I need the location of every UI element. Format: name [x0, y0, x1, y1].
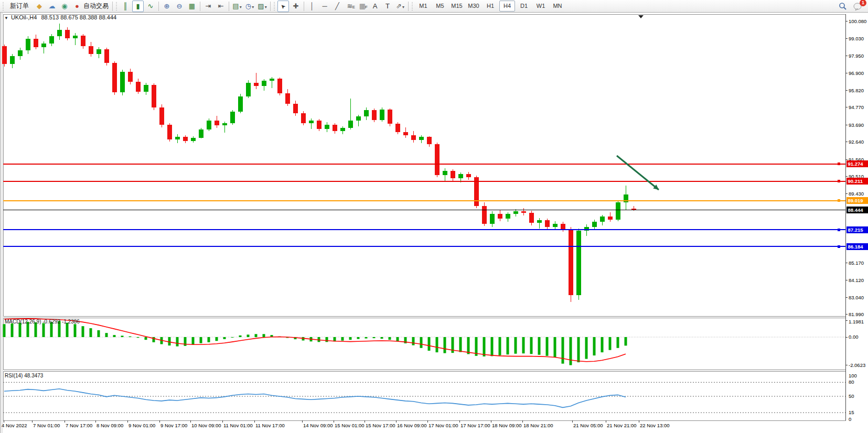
new-chart-icon[interactable]: ▤▾	[231, 1, 243, 12]
svg-text:80: 80	[849, 379, 854, 385]
notification-badge: 1	[860, 0, 866, 6]
timeframe-m5[interactable]: M5	[432, 1, 448, 12]
chart-window[interactable]: ▼UKOil-,H488.513 88.675 88.388 88.444 MA…	[0, 13, 868, 433]
svg-text:11 Nov 01:00: 11 Nov 01:00	[223, 423, 253, 428]
fibonacci-icon[interactable]: ≋E	[344, 1, 356, 12]
hline-handle[interactable]	[838, 229, 840, 231]
candlesticks	[2, 24, 636, 302]
template-icon[interactable]: ▨▾	[256, 1, 268, 12]
svg-text:92.640: 92.640	[849, 139, 864, 145]
svg-text:97.950: 97.950	[849, 53, 864, 59]
arrows-icon[interactable]: ⇗▾	[394, 1, 406, 12]
svg-text:-2.0623: -2.0623	[849, 362, 865, 368]
svg-text:81.990: 81.990	[849, 311, 864, 317]
svg-text:89.430: 89.430	[849, 191, 864, 197]
arrow-annotation[interactable]	[617, 156, 659, 190]
zoom-in-icon[interactable]: ⊕	[161, 1, 173, 12]
toolbar-separator	[270, 2, 271, 11]
svg-text:94.770: 94.770	[849, 104, 864, 110]
candlestick-chart-icon[interactable]: ▮	[132, 1, 144, 12]
scroll-to-end-marker[interactable]	[638, 15, 644, 18]
svg-text:86.184: 86.184	[848, 244, 864, 250]
svg-text:22 Nov 13:00: 22 Nov 13:00	[640, 423, 670, 428]
timeframe-toolbar: M1M5M15M30H1H4D1W1MN	[415, 0, 566, 12]
toolbar-grip	[115, 2, 118, 11]
svg-text:93.690: 93.690	[849, 122, 864, 128]
timeframe-w1[interactable]: W1	[533, 1, 549, 12]
macd-indicator-label: MACD(12,26,9) -0.6292 -1.2386	[5, 319, 80, 324]
chart-canvas[interactable]: 100.08099.03097.95096.90095.82094.77093.…	[0, 13, 868, 433]
svg-text:1.1981: 1.1981	[849, 319, 864, 324]
chart-shift-icon[interactable]: ⇤	[215, 1, 227, 12]
timeframe-h1[interactable]: H1	[483, 1, 498, 12]
auto-trading-label[interactable]: 自动交易	[83, 2, 109, 10]
period-icon[interactable]: ◷▾	[244, 1, 255, 12]
hline-handle[interactable]	[838, 163, 840, 165]
search-icon[interactable]	[839, 2, 847, 10]
terminal-icon[interactable]: ☁	[46, 1, 58, 12]
toolbar-separator	[158, 2, 159, 11]
rsi-panel: 1008050150	[3, 373, 857, 422]
svg-text:95.820: 95.820	[849, 88, 864, 93]
bar-chart-icon[interactable]: ║	[120, 1, 131, 12]
signal-icon[interactable]: ◉	[59, 1, 70, 12]
toolbar-grip	[273, 2, 276, 11]
auto-trading-icon[interactable]: ●	[71, 1, 83, 12]
timeframe-h4[interactable]: H4	[499, 1, 515, 12]
timeframe-m15[interactable]: M15	[449, 1, 465, 12]
text-icon[interactable]: A	[369, 1, 381, 12]
main-toolbar: 新订单◆☁◉●自动交易║▮∿⊕⊖▦⇥⇤▤▾◷▾▨▾➤✚│─╱≋E▦FAT⇗▾ M…	[0, 0, 868, 13]
svg-text:18 Nov 21:00: 18 Nov 21:00	[523, 423, 553, 428]
notifications-icon[interactable]: 1	[853, 2, 863, 10]
toolbar-separator	[408, 2, 409, 11]
chart-dropdown-icon[interactable]: ▼	[4, 16, 8, 20]
svg-text:87.215: 87.215	[848, 227, 864, 233]
toolbar-buttons: 新订单◆☁◉●自动交易║▮∿⊕⊖▦⇥⇤▤▾◷▾▨▾➤✚│─╱≋E▦FAT⇗▾	[1, 0, 415, 12]
svg-text:21 Nov 21:00: 21 Nov 21:00	[607, 423, 637, 428]
hline-handle[interactable]	[838, 180, 840, 182]
toolbar-separator	[304, 2, 304, 11]
grid-icon[interactable]: ▦F	[357, 1, 368, 12]
zoom-out-icon[interactable]: ⊖	[174, 1, 185, 12]
new-order-button[interactable]: 新订单	[7, 1, 32, 12]
auto-scroll-icon[interactable]: ⇥	[202, 1, 214, 12]
svg-text:96.900: 96.900	[849, 70, 864, 76]
svg-text:21 Nov 05:00: 21 Nov 05:00	[573, 423, 603, 428]
svg-text:0.00: 0.00	[849, 334, 859, 340]
time-axis: 4 Nov 20227 Nov 01:007 Nov 17:008 Nov 09…	[2, 420, 670, 428]
timeframe-d1[interactable]: D1	[516, 1, 532, 12]
cursor-icon[interactable]: ➤	[277, 1, 289, 12]
trendline-icon[interactable]: ╱	[331, 1, 343, 12]
symbol-period: UKOil-,H4	[11, 14, 37, 20]
hline-handle[interactable]	[838, 199, 840, 202]
svg-text:15: 15	[849, 409, 854, 415]
svg-text:16 Nov 09:00: 16 Nov 09:00	[397, 423, 427, 428]
svg-text:14 Nov 09:00: 14 Nov 09:00	[303, 423, 333, 428]
svg-text:83.040: 83.040	[849, 295, 864, 300]
svg-text:85.170: 85.170	[849, 260, 864, 266]
hline-handle[interactable]	[838, 245, 840, 248]
crosshair-icon[interactable]: ✚	[290, 1, 302, 12]
timeframe-m30[interactable]: M30	[466, 1, 481, 12]
horizontal-line-icon[interactable]: ─	[319, 1, 330, 12]
toolbar-separator	[229, 2, 229, 11]
ohlc-values: 88.513 88.675 88.388 88.444	[41, 14, 116, 20]
vertical-line-icon[interactable]: │	[306, 1, 318, 12]
svg-text:18 Nov 09:00: 18 Nov 09:00	[492, 423, 522, 428]
tile-windows-icon[interactable]: ▦	[186, 1, 198, 12]
line-chart-icon[interactable]: ∿	[145, 1, 156, 12]
label-icon[interactable]: T	[382, 1, 393, 12]
rsi-indicator-label: RSI(14) 48.3473	[5, 373, 43, 378]
toolbar-grip	[2, 2, 5, 11]
svg-text:15 Nov 17:00: 15 Nov 17:00	[366, 423, 395, 428]
svg-text:50: 50	[849, 393, 854, 399]
timeframe-mn[interactable]: MN	[550, 1, 565, 12]
svg-text:99.030: 99.030	[849, 36, 864, 41]
toolbar-separator	[200, 2, 200, 11]
chart-profile-icon[interactable]: ◆	[34, 1, 45, 12]
svg-text:4 Nov 2022: 4 Nov 2022	[2, 423, 27, 428]
mt4-application: 新订单◆☁◉●自动交易║▮∿⊕⊖▦⇥⇤▤▾◷▾▨▾➤✚│─╱≋E▦FAT⇗▾ M…	[0, 0, 868, 433]
svg-text:89.019: 89.019	[848, 198, 863, 203]
rsi-line	[4, 389, 626, 408]
timeframe-m1[interactable]: M1	[415, 1, 431, 12]
